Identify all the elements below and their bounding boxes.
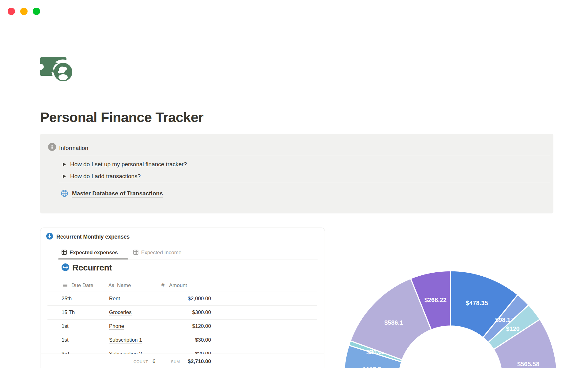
- cell-amount[interactable]: $2,000.00: [158, 296, 211, 302]
- recurrent-expenses-card: Recurrent Monthly expenses Expected expe…: [40, 228, 325, 368]
- cell-amount[interactable]: $30.00: [158, 337, 211, 343]
- title-property-icon: Aa: [108, 283, 115, 288]
- toggle-label: How do I add transactions?: [70, 173, 141, 180]
- cell-name: Rent: [109, 296, 120, 302]
- count-label[interactable]: COUNT: [134, 360, 148, 364]
- recurrent-section-header: Recurrent: [62, 263, 112, 273]
- info-icon: [48, 143, 56, 152]
- column-header-name[interactable]: Name: [117, 282, 131, 289]
- cell-amount[interactable]: $120.00: [158, 323, 211, 329]
- divider: [59, 183, 550, 183]
- toggle-setup-question[interactable]: How do I set up my personal finance trac…: [59, 159, 187, 170]
- callout-title: Information: [59, 144, 88, 152]
- page-icon-money-bill-coin[interactable]: [40, 57, 73, 82]
- column-header-amount[interactable]: Amount: [169, 282, 187, 289]
- master-database-link-row: Master Database of Transactions: [61, 188, 163, 200]
- globe-icon: [61, 190, 68, 198]
- column-header-due-date[interactable]: Due Date: [71, 282, 93, 289]
- table-icon: [133, 250, 138, 256]
- donut-slice-label: $586.1: [384, 319, 403, 326]
- minimize-window-button[interactable]: [20, 8, 28, 15]
- table-body: 25thRent$2,000.0015 ThGroceries$300.001s…: [47, 292, 317, 361]
- maximize-window-button[interactable]: [33, 8, 40, 15]
- table-row[interactable]: 1stSubscription 1$30.00: [47, 333, 317, 347]
- tab-expected-income[interactable]: Expected Income: [133, 247, 181, 259]
- circle-down-arrow-icon: [46, 233, 53, 241]
- cell-due-date[interactable]: 25th: [62, 296, 72, 302]
- cell-name-link[interactable]: Subscription 1: [109, 337, 142, 343]
- toggle-triangle-icon[interactable]: [63, 174, 66, 178]
- master-database-link[interactable]: Master Database of Transactions: [72, 190, 163, 197]
- section-title[interactable]: Recurrent: [72, 263, 112, 273]
- cell-name-link[interactable]: Phone: [109, 323, 124, 330]
- donut-slice-label: $478.35: [466, 300, 488, 306]
- divider: [59, 156, 550, 156]
- table-icon: [62, 250, 67, 256]
- cell-due-date[interactable]: 1st: [62, 323, 69, 329]
- table-header-row: Due Date Aa Name # Amount: [40, 280, 325, 292]
- donut-slice-label: $120: [506, 325, 520, 332]
- cell-name-link[interactable]: Groceries: [109, 309, 132, 316]
- expenses-donut-chart: $478.35$98.17$120$565.58$287.7$30.68$586…: [340, 267, 562, 368]
- toggle-add-transactions-question[interactable]: How do I add transactions?: [59, 171, 141, 182]
- sum-value[interactable]: $2,710.00: [182, 358, 211, 365]
- list-property-icon: [62, 283, 68, 290]
- tab-label: Expected Income: [141, 250, 181, 256]
- card-title: Recurrent Monthly expenses: [56, 234, 130, 240]
- cell-name: Phone: [109, 323, 124, 329]
- information-callout: Information How do I set up my personal …: [40, 134, 553, 213]
- sum-label[interactable]: SUM: [171, 360, 180, 364]
- table-row[interactable]: 25thRent$2,000.00: [47, 292, 317, 306]
- close-window-button[interactable]: [8, 8, 15, 15]
- count-value[interactable]: 6: [153, 358, 155, 365]
- number-property-icon: #: [161, 282, 164, 289]
- cell-due-date[interactable]: 15 Th: [62, 309, 75, 316]
- cell-name-link[interactable]: Rent: [109, 296, 120, 302]
- cell-due-date[interactable]: 1st: [62, 337, 69, 343]
- circle-left-right-arrows-icon: [62, 263, 69, 272]
- card-header: Recurrent Monthly expenses: [46, 233, 130, 241]
- cell-name: Groceries: [109, 309, 132, 316]
- donut-slice-label: $287.7: [363, 366, 381, 368]
- notion-page: Personal Finance Tracker Information How…: [0, 0, 588, 368]
- window-controls: [8, 8, 40, 15]
- active-tab-underline: [58, 259, 128, 259]
- donut-slice-label: $268.22: [424, 297, 447, 303]
- tab-label: Expected expenses: [70, 250, 118, 256]
- cell-name: Subscription 1: [109, 337, 142, 343]
- table-row[interactable]: 15 ThGroceries$300.00: [47, 306, 317, 320]
- cell-amount[interactable]: $300.00: [158, 309, 211, 316]
- donut-slice-label: $565.58: [517, 361, 539, 367]
- table-footer: COUNT 6 SUM $2,710.00: [41, 354, 324, 368]
- page-title[interactable]: Personal Finance Tracker: [40, 110, 203, 125]
- tab-expected-expenses[interactable]: Expected expenses: [62, 247, 118, 259]
- toggle-label: How do I set up my personal finance trac…: [70, 161, 187, 168]
- toggle-triangle-icon[interactable]: [63, 163, 66, 166]
- table-row[interactable]: 1stPhone$120.00: [47, 320, 317, 333]
